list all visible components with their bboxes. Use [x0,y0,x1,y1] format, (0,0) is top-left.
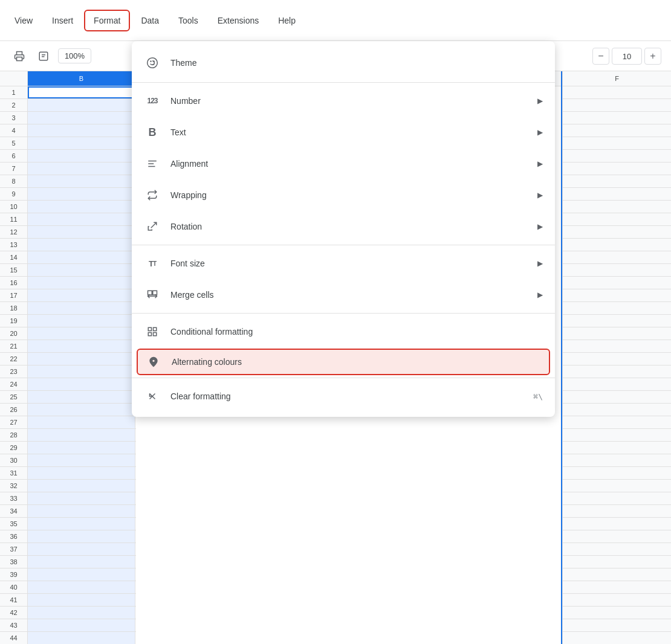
cell[interactable] [28,480,135,492]
table-row: 8 [0,175,136,188]
row-number: 28 [0,429,28,441]
table-row [563,163,671,175]
wrapping-submenu-arrow: ▶ [537,191,543,199]
menu-item-clear-formatting[interactable]: Clear formatting ⌘\ [132,383,555,410]
cell[interactable] [28,175,135,187]
menu-item-rotation[interactable]: Rotation ▶ [132,213,555,240]
cell[interactable] [28,251,135,263]
menu-item-mergecells[interactable]: Merge cells ▶ [132,282,555,308]
cell[interactable] [28,86,135,98]
cell[interactable] [28,213,135,225]
cell[interactable] [28,264,135,276]
table-row [563,150,671,163]
cell[interactable] [28,378,135,390]
table-row: 40 [0,581,136,594]
cell[interactable] [28,416,135,428]
table-row [563,289,671,302]
cell[interactable] [28,594,135,606]
menu-data[interactable]: Data [132,11,167,30]
table-row [563,277,671,289]
cell[interactable] [28,353,135,365]
svg-rect-15 [148,333,151,336]
table-row [563,365,671,378]
cell[interactable] [28,163,135,175]
table-row: 38 [0,556,136,568]
table-row: 3 [0,112,136,124]
cell[interactable] [28,124,135,137]
cell[interactable] [28,289,135,301]
menu-item-fontsize[interactable]: TT Font size ▶ [132,250,555,277]
row-number: 6 [0,150,28,162]
menu-insert[interactable]: Insert [44,11,82,30]
cell[interactable] [28,429,135,441]
table-row [563,86,671,99]
zoom-level[interactable]: 100% [58,48,91,63]
menu-item-text[interactable]: B Text ▶ [132,119,555,146]
cell[interactable] [28,188,135,200]
menu-help[interactable]: Help [270,11,304,30]
font-size-decrease[interactable]: − [592,48,609,65]
cell[interactable] [28,505,135,517]
cell[interactable] [28,492,135,504]
cell[interactable] [28,315,135,327]
cell[interactable] [28,543,135,555]
cell[interactable] [28,302,135,314]
menu-tools[interactable]: Tools [170,11,207,30]
cell[interactable] [28,365,135,378]
row-number: 8 [0,175,28,187]
menu-item-theme[interactable]: Theme [132,48,555,77]
menu-item-number[interactable]: 123 Number ▶ [132,88,555,114]
menu-item-wrapping[interactable]: Wrapping ▶ [132,182,555,208]
cell[interactable] [28,327,135,340]
row-number: 37 [0,543,28,555]
paint-format-icon[interactable] [34,47,53,66]
cell[interactable] [28,239,135,251]
col-header-b[interactable]: B [28,71,135,86]
cell[interactable] [28,404,135,416]
row-number: 21 [0,340,28,352]
cell[interactable] [28,201,135,213]
cell[interactable] [28,581,135,593]
cell[interactable] [28,454,135,466]
menu-view[interactable]: View [6,11,41,30]
cell[interactable] [28,442,135,454]
table-row [563,188,671,201]
cell[interactable] [28,150,135,162]
cell[interactable] [28,556,135,568]
cell[interactable] [28,467,135,479]
cell[interactable] [28,226,135,238]
row-number: 1 [0,86,28,98]
cell[interactable] [28,340,135,352]
menu-item-conditional-formatting[interactable]: Conditional formatting [132,318,555,345]
cell[interactable] [28,137,135,149]
font-size-increase[interactable]: + [644,48,661,65]
number-icon: 123 [144,97,161,105]
cell[interactable] [28,518,135,530]
cell[interactable] [28,568,135,581]
cell[interactable] [28,277,135,289]
cell[interactable] [28,607,135,619]
menu-item-alignment[interactable]: Alignment ▶ [132,150,555,177]
cell[interactable] [28,391,135,403]
table-row [563,391,671,404]
cell[interactable] [28,632,135,644]
cell[interactable] [28,530,135,543]
cell[interactable] [28,619,135,631]
table-row: 22 [0,353,136,365]
format-dropdown-menu: Theme 123 Number ▶ B Text ▶ A [132,41,555,417]
menu-format[interactable]: Format [84,10,130,31]
menu-extensions[interactable]: Extensions [209,11,267,30]
row-number: 17 [0,289,28,301]
table-row [563,264,671,277]
font-size-input[interactable] [612,48,642,65]
cell[interactable] [28,112,135,124]
menu-item-clear-label: Clear formatting [170,391,533,401]
menu-item-alternating-colours[interactable]: Alternating colours [137,349,550,375]
print-icon[interactable] [10,47,29,66]
cell[interactable] [28,99,135,111]
svg-point-3 [147,58,158,68]
menu-item-number-label: Number [170,96,537,106]
table-row: 41 [0,594,136,607]
right-col-header-f[interactable]: F [563,71,671,86]
text-submenu-arrow: ▶ [537,128,543,137]
